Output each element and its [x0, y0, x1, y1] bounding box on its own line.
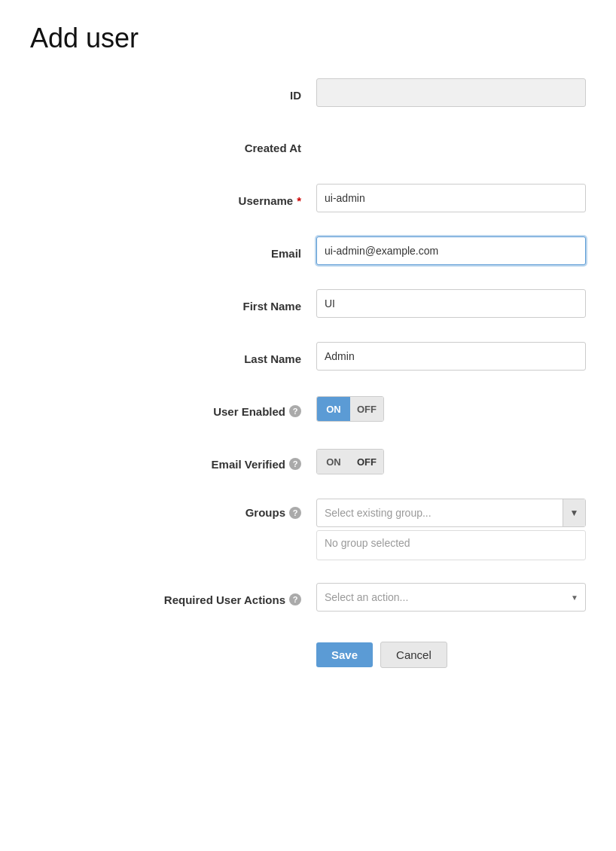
groups-select-placeholder: Select existing group... [317, 502, 563, 523]
groups-select-wrapper: Select existing group... ▼ No group sele… [316, 499, 586, 560]
username-label: Username * [30, 190, 316, 207]
id-label: ID [30, 84, 316, 102]
toggle-off-button[interactable]: OFF [350, 397, 383, 421]
cancel-button[interactable]: Cancel [380, 642, 447, 668]
field-row-email: Email [30, 235, 586, 267]
user-enabled-toggle[interactable]: ON OFF [316, 396, 384, 422]
username-input[interactable] [316, 184, 586, 212]
buttons-label-spacer [30, 649, 316, 654]
last-name-input[interactable] [316, 342, 586, 371]
groups-dropdown-arrow-icon[interactable]: ▼ [563, 499, 585, 526]
groups-input-col: Select existing group... ▼ No group sele… [316, 499, 586, 560]
id-input-col [316, 78, 586, 107]
groups-select-dropdown[interactable]: Select existing group... ▼ [316, 499, 586, 527]
email-input-col [316, 236, 586, 265]
last-name-label: Last Name [30, 348, 316, 365]
required-actions-help-icon[interactable]: ? [289, 593, 301, 605]
created-at-label: Created At [30, 137, 316, 154]
username-input-col [316, 184, 586, 212]
required-actions-input-col: Select an action... [316, 583, 586, 612]
email-verified-off-button[interactable]: OFF [350, 450, 383, 474]
id-input[interactable] [316, 78, 586, 107]
field-row-groups: Groups ? Select existing group... ▼ No g… [30, 499, 586, 560]
field-row-last-name: Last Name [30, 340, 586, 372]
toggle-on-button[interactable]: ON [317, 397, 350, 421]
required-actions-select-wrapper: Select an action... [316, 583, 586, 612]
user-enabled-help-icon[interactable]: ? [289, 405, 301, 417]
first-name-label: First Name [30, 295, 316, 313]
field-row-id: ID [30, 77, 586, 108]
buttons-col: Save Cancel [316, 634, 586, 668]
field-row-created-at: Created At [30, 130, 586, 161]
email-verified-input-col: ON OFF [316, 449, 586, 474]
form-buttons-row: Save Cancel [30, 634, 586, 668]
field-row-required-actions: Required User Actions ? Select an action… [30, 581, 586, 613]
buttons-container: Save Cancel [316, 642, 586, 668]
email-verified-help-icon[interactable]: ? [289, 458, 301, 470]
email-label: Email [30, 242, 316, 260]
required-actions-label: Required User Actions ? [30, 589, 316, 606]
groups-help-icon[interactable]: ? [289, 507, 301, 519]
field-row-username: Username * [30, 182, 586, 214]
email-verified-label: Email Verified ? [30, 453, 316, 471]
required-actions-select[interactable]: Select an action... [316, 583, 586, 612]
first-name-input-col [316, 289, 586, 318]
groups-label: Groups ? [30, 499, 316, 519]
required-star: * [297, 194, 301, 207]
last-name-input-col [316, 342, 586, 371]
page-title: Add user [30, 23, 586, 54]
first-name-input[interactable] [316, 289, 586, 318]
field-row-first-name: First Name [30, 288, 586, 319]
user-enabled-input-col: ON OFF [316, 396, 586, 422]
save-button[interactable]: Save [316, 642, 373, 667]
email-verified-toggle[interactable]: ON OFF [316, 449, 384, 474]
groups-no-selection: No group selected [316, 530, 586, 560]
field-row-user-enabled: User Enabled ? ON OFF [30, 393, 586, 425]
field-row-email-verified: Email Verified ? ON OFF [30, 446, 586, 477]
email-input[interactable] [316, 236, 586, 265]
email-verified-on-button[interactable]: ON [317, 450, 350, 474]
user-enabled-label: User Enabled ? [30, 401, 316, 418]
add-user-form: ID Created At Username * Email [30, 77, 586, 668]
